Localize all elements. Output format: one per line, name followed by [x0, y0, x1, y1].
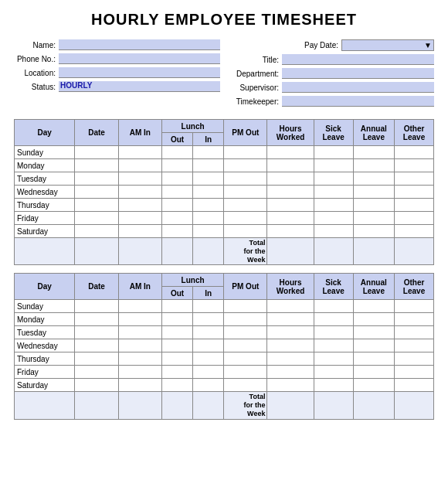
data-cell[interactable] [395, 326, 434, 339]
data-cell[interactable] [118, 199, 161, 212]
data-cell[interactable] [395, 339, 434, 352]
data-cell[interactable] [193, 339, 224, 352]
data-cell[interactable] [314, 326, 353, 339]
data-cell[interactable] [353, 186, 395, 199]
data-cell[interactable] [118, 186, 161, 199]
data-cell[interactable] [353, 159, 395, 172]
data-cell[interactable] [353, 326, 395, 339]
supervisor-input[interactable] [282, 82, 434, 93]
data-cell[interactable] [314, 379, 353, 392]
data-cell[interactable] [267, 186, 314, 199]
data-cell[interactable] [224, 313, 267, 326]
data-cell[interactable] [75, 366, 118, 379]
data-cell[interactable] [267, 352, 314, 366]
data-cell[interactable] [75, 225, 118, 238]
data-cell[interactable] [118, 159, 161, 172]
data-cell[interactable] [118, 326, 161, 339]
data-cell[interactable] [314, 186, 353, 199]
name-input[interactable] [59, 39, 220, 50]
data-cell[interactable] [193, 300, 224, 313]
data-cell[interactable] [161, 186, 192, 199]
data-cell[interactable] [75, 339, 118, 352]
data-cell[interactable] [395, 172, 434, 186]
status-input[interactable]: HOURLY [59, 81, 220, 92]
data-cell[interactable] [75, 300, 118, 313]
data-cell[interactable] [224, 300, 267, 313]
data-cell[interactable] [161, 225, 192, 238]
data-cell[interactable] [161, 199, 192, 212]
data-cell[interactable] [224, 159, 267, 172]
data-cell[interactable] [161, 313, 192, 326]
data-cell[interactable] [161, 212, 192, 225]
data-cell[interactable] [314, 199, 353, 212]
data-cell[interactable] [224, 379, 267, 392]
data-cell[interactable] [353, 339, 395, 352]
data-cell[interactable] [193, 225, 224, 238]
data-cell[interactable] [224, 352, 267, 366]
data-cell[interactable] [75, 352, 118, 366]
data-cell[interactable] [314, 212, 353, 225]
data-cell[interactable] [193, 199, 224, 212]
data-cell[interactable] [118, 379, 161, 392]
data-cell[interactable] [395, 379, 434, 392]
data-cell[interactable] [118, 146, 161, 159]
data-cell[interactable] [314, 225, 353, 238]
data-cell[interactable] [314, 159, 353, 172]
data-cell[interactable] [118, 339, 161, 352]
data-cell[interactable] [161, 339, 192, 352]
data-cell[interactable] [267, 212, 314, 225]
total-value-cell[interactable] [395, 392, 434, 419]
data-cell[interactable] [118, 352, 161, 366]
data-cell[interactable] [314, 352, 353, 366]
total-value-cell[interactable] [353, 392, 395, 419]
data-cell[interactable] [395, 352, 434, 366]
data-cell[interactable] [161, 300, 192, 313]
location-input[interactable] [59, 67, 220, 78]
data-cell[interactable] [267, 326, 314, 339]
data-cell[interactable] [75, 146, 118, 159]
data-cell[interactable] [161, 352, 192, 366]
data-cell[interactable] [224, 199, 267, 212]
data-cell[interactable] [224, 225, 267, 238]
data-cell[interactable] [395, 186, 434, 199]
data-cell[interactable] [75, 326, 118, 339]
data-cell[interactable] [193, 186, 224, 199]
data-cell[interactable] [395, 159, 434, 172]
data-cell[interactable] [267, 339, 314, 352]
data-cell[interactable] [353, 172, 395, 186]
data-cell[interactable] [75, 379, 118, 392]
data-cell[interactable] [161, 159, 192, 172]
data-cell[interactable] [267, 146, 314, 159]
department-input[interactable] [282, 68, 434, 79]
data-cell[interactable] [224, 366, 267, 379]
data-cell[interactable] [118, 212, 161, 225]
data-cell[interactable] [353, 146, 395, 159]
total-value-cell[interactable] [314, 392, 353, 419]
paydate-select[interactable]: ▼ [341, 39, 434, 51]
data-cell[interactable] [267, 199, 314, 212]
data-cell[interactable] [267, 313, 314, 326]
data-cell[interactable] [193, 146, 224, 159]
data-cell[interactable] [193, 159, 224, 172]
data-cell[interactable] [193, 313, 224, 326]
data-cell[interactable] [353, 225, 395, 238]
data-cell[interactable] [193, 352, 224, 366]
data-cell[interactable] [353, 366, 395, 379]
data-cell[interactable] [75, 313, 118, 326]
data-cell[interactable] [118, 313, 161, 326]
data-cell[interactable] [193, 366, 224, 379]
data-cell[interactable] [75, 172, 118, 186]
data-cell[interactable] [314, 366, 353, 379]
data-cell[interactable] [224, 172, 267, 186]
data-cell[interactable] [353, 212, 395, 225]
data-cell[interactable] [161, 379, 192, 392]
title-input[interactable] [282, 54, 434, 65]
data-cell[interactable] [395, 199, 434, 212]
data-cell[interactable] [314, 146, 353, 159]
data-cell[interactable] [395, 146, 434, 159]
data-cell[interactable] [267, 366, 314, 379]
data-cell[interactable] [193, 212, 224, 225]
data-cell[interactable] [314, 313, 353, 326]
data-cell[interactable] [75, 186, 118, 199]
data-cell[interactable] [353, 352, 395, 366]
